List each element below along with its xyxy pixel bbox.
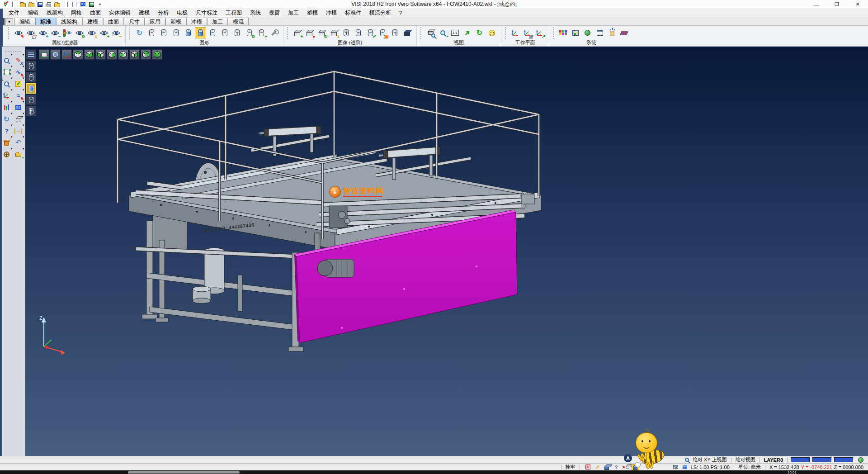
menu-analysis[interactable]: 分析 <box>154 9 173 17</box>
wireframe-cylinder-icon[interactable] <box>146 27 157 38</box>
menu-edit[interactable]: 编辑 <box>24 9 42 17</box>
qat-dropdown-icon[interactable]: ▼ <box>96 1 104 8</box>
material-grid-icon[interactable] <box>618 27 630 38</box>
view-absolute-field[interactable]: 绝对视图 <box>735 456 756 463</box>
show-plus-icon[interactable]: + <box>98 27 109 38</box>
measure-distance-icon[interactable]: |↔| <box>13 125 24 136</box>
zoom-solid-icon[interactable] <box>425 27 436 38</box>
view-left-icon[interactable] <box>95 49 106 60</box>
menu-surface[interactable]: 曲面 <box>86 9 105 17</box>
help-question-icon[interactable]: ? <box>1 125 12 136</box>
wireframe-solid-icon[interactable] <box>389 27 401 38</box>
save-as-icon[interactable] <box>88 1 95 8</box>
solid-box-icon[interactable] <box>603 464 611 470</box>
tab-progress[interactable]: 冲模 <box>186 18 207 25</box>
traffic-light-filter-icon[interactable] <box>61 27 73 38</box>
toolbar-drag-handle[interactable] <box>287 27 289 39</box>
menu-system[interactable]: 系统 <box>246 9 265 17</box>
menu-flow-analysis[interactable]: 模流分析 <box>365 9 395 17</box>
validate-cylinder-icon[interactable]: ✔ <box>365 27 376 38</box>
view-isometric-icon[interactable] <box>152 49 162 60</box>
color-palette-icon[interactable] <box>557 27 569 38</box>
window-options-icon[interactable] <box>594 27 605 38</box>
navigation-wheel-icon[interactable] <box>1 149 12 160</box>
tab-machining[interactable]: 加工 <box>207 18 228 25</box>
image-settings-icon[interactable] <box>570 27 581 38</box>
axis-triad-icon[interactable] <box>1 90 12 101</box>
view-axis-icon[interactable] <box>61 49 72 60</box>
undo-icon[interactable]: ↶ <box>13 137 24 148</box>
export-icon[interactable] <box>62 1 69 8</box>
layer-field[interactable]: LAYER0 <box>763 457 784 463</box>
view-search-icon[interactable] <box>683 457 691 463</box>
view-right-icon[interactable] <box>107 49 117 60</box>
tab-dropdown-icon[interactable]: ▼ <box>5 18 13 25</box>
stamp-filter-icon[interactable]: ✕ <box>584 464 592 470</box>
toolbar-drag-handle[interactable] <box>553 27 555 39</box>
toolbar-drag-handle[interactable] <box>420 27 422 39</box>
layer-books-icon[interactable] <box>1 102 12 113</box>
wire-mode-icon[interactable] <box>26 106 36 116</box>
close-button[interactable]: ✕ <box>847 0 868 9</box>
visi-logo-icon[interactable]: V <box>2 1 9 8</box>
render-settings-icon[interactable] <box>268 27 279 38</box>
workplane-move-icon[interactable]: ↗ <box>534 27 545 38</box>
page-visibility-icon[interactable]: ▢ <box>25 27 36 38</box>
selection-hand-icon[interactable] <box>606 27 618 38</box>
toggle-visibility-icon[interactable]: ± <box>86 27 97 38</box>
toolbar-drag-handle[interactable] <box>505 27 507 39</box>
workplane-grid-icon[interactable]: ▦ <box>522 27 533 38</box>
toolbar-drag-handle[interactable] <box>8 27 10 39</box>
menu-electrode[interactable]: 电极 <box>173 9 192 17</box>
solid-filter-icon[interactable]: ● <box>304 27 315 38</box>
menu-solid-edit[interactable]: 实体编辑 <box>105 9 135 17</box>
solid-add-icon[interactable]: + <box>292 27 303 38</box>
sketch-delete-icon[interactable]: ✎✕ <box>13 55 24 66</box>
copy-icon[interactable] <box>71 1 78 8</box>
image-folder-icon[interactable]: ▪ <box>13 149 24 160</box>
fit-view-icon[interactable] <box>39 49 49 60</box>
zoom-plusminus-icon[interactable]: ± <box>1 78 12 89</box>
open-file-icon[interactable] <box>19 1 26 8</box>
show-remove-icon[interactable]: − <box>49 27 61 38</box>
color-swatch-1[interactable] <box>791 457 810 462</box>
tab-standard[interactable]: 标准 <box>35 18 56 25</box>
tab-flow[interactable]: 模流 <box>228 18 249 25</box>
menu-mesh[interactable]: 网格 <box>67 9 86 17</box>
toolbar-drag-handle[interactable] <box>129 27 131 39</box>
regen-icon[interactable]: ↻ <box>134 27 145 38</box>
pan-arrow-icon[interactable]: ➔ <box>462 27 473 38</box>
shaded-edges-mode-icon[interactable] <box>26 95 36 105</box>
menu-wireframe[interactable]: 线架构 <box>42 9 67 17</box>
shade-refresh-icon[interactable]: ↻ <box>244 27 255 38</box>
view-back-icon[interactable] <box>129 49 140 60</box>
workplane-axis-icon[interactable] <box>509 27 521 38</box>
hidden-line-mode-icon[interactable] <box>26 72 36 82</box>
zoom-search-icon[interactable] <box>1 55 12 66</box>
color-swatch-3[interactable] <box>834 457 853 462</box>
menu-drawing[interactable]: 工程图 <box>222 9 246 17</box>
save-file-icon[interactable] <box>36 1 43 8</box>
zoom-multi-icon[interactable]: ▪ <box>437 27 448 38</box>
menu-dimension[interactable]: 尺寸标注 <box>192 9 222 17</box>
viewport-3d[interactable]: Z <box>25 47 868 456</box>
taskbar-button[interactable] <box>128 471 240 474</box>
shade-add-icon[interactable]: + <box>256 27 267 38</box>
view-bottom-icon[interactable] <box>84 49 94 60</box>
hide-minus-icon[interactable]: − <box>110 27 122 38</box>
snap-field[interactable]: 拴牢 <box>565 464 576 470</box>
section-cylinder-icon[interactable] <box>340 27 352 38</box>
zoom-window-icon[interactable] <box>50 49 61 60</box>
view-smiley-icon[interactable] <box>486 27 497 38</box>
tab-surface[interactable]: 曲面 <box>103 18 124 25</box>
maximize-button[interactable]: ❐ <box>826 0 847 9</box>
view-top-icon[interactable] <box>73 49 83 60</box>
shaded-cylinder-icon[interactable] <box>183 27 194 38</box>
hidden-line-cylinder-icon[interactable] <box>158 27 170 38</box>
menu-machining[interactable]: 加工 <box>284 9 303 17</box>
dark-solid-icon[interactable] <box>401 27 413 38</box>
menu-window[interactable]: 视窗 <box>265 9 284 17</box>
menu-mould[interactable]: 塑模 <box>303 9 322 17</box>
view-reference-field[interactable]: 绝对 XY 上视图 <box>692 456 728 463</box>
copy-cylinder-icon[interactable]: ▣ <box>377 27 388 38</box>
